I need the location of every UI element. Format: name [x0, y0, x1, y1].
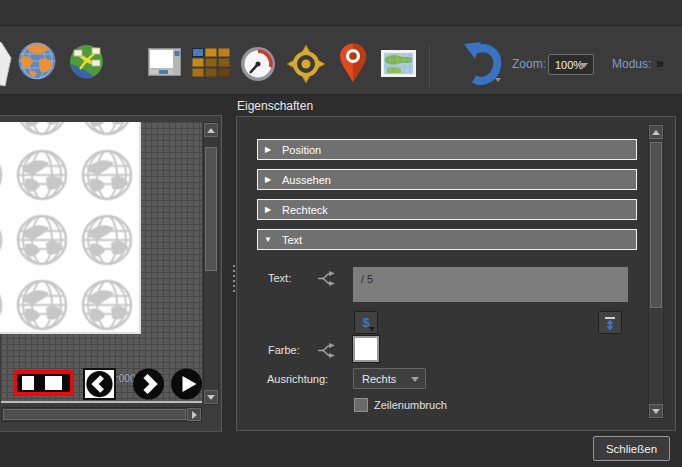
dropdown-arrow-icon [411, 377, 419, 382]
undo-icon[interactable] [461, 41, 503, 91]
properties-panel: ▶ Position ▶ Aussehen ▶ Rechteck ▼ Text … [236, 116, 676, 431]
prev-page-button-element[interactable] [83, 368, 116, 400]
alignment-value: Rechts [362, 373, 396, 385]
section-header-position[interactable]: ▶ Position [257, 139, 637, 160]
map-image-icon[interactable] [381, 50, 416, 81]
title-strip [0, 0, 682, 26]
page-indicator-element-selected[interactable] [13, 370, 74, 396]
page-indicator-segment [22, 376, 34, 390]
zoom-label: Zoom: [512, 57, 546, 71]
section-label: Rechteck [278, 204, 328, 216]
color-field-label: Farbe: [268, 344, 300, 356]
scroll-down-button[interactable] [204, 390, 218, 404]
page-canvas[interactable] [0, 122, 141, 334]
vertical-scroll-thumb[interactable] [205, 147, 217, 271]
data-binding-icon[interactable] [316, 270, 336, 287]
toolbar-separator [429, 46, 430, 88]
canvas-vertical-scrollbar[interactable] [203, 122, 219, 405]
autosize-icon [602, 315, 618, 331]
globe-icon[interactable] [18, 42, 56, 84]
section-label: Aussehen [278, 174, 331, 186]
app-window: Zoom: 100% Modus: » [0, 0, 682, 467]
section-label: Position [278, 144, 321, 156]
map-pin-icon[interactable] [338, 43, 368, 87]
scroll-right-button[interactable] [187, 408, 201, 421]
collapsed-arrow-icon: ▶ [258, 175, 278, 184]
horizontal-scroll-thumb[interactable] [3, 409, 186, 420]
autosize-button[interactable] [598, 311, 622, 334]
zoom-dropdown[interactable]: 100% [548, 54, 594, 75]
text-value-input[interactable]: / 5 [353, 267, 628, 302]
color-swatch-white[interactable] [353, 336, 379, 362]
data-binding-icon[interactable] [316, 342, 336, 359]
scroll-down-button[interactable] [649, 404, 663, 418]
gauge-icon[interactable] [240, 46, 276, 86]
wordwrap-checkbox[interactable] [354, 398, 368, 412]
network-globe-icon[interactable] [69, 44, 104, 83]
zoom-dropdown-arrow-icon [580, 63, 588, 68]
expanded-arrow-icon: ▼ [258, 235, 278, 244]
section-label: Text [278, 234, 302, 246]
section-header-aussehen[interactable]: ▶ Aussehen [257, 169, 637, 190]
alignment-dropdown[interactable]: Rechts [353, 368, 426, 389]
properties-scrollbar[interactable] [648, 124, 664, 419]
page-indicator-segment [45, 376, 62, 390]
dollar-caret-icon [369, 327, 375, 331]
collapsed-arrow-icon: ▶ [258, 145, 278, 154]
wordwrap-label: Zeilenumbruch [374, 399, 447, 411]
zoom-value: 100% [555, 59, 583, 71]
collapsed-arrow-icon: ▶ [258, 205, 278, 214]
next-page-button-element[interactable] [132, 368, 165, 400]
play-button-element[interactable] [170, 368, 203, 400]
text-field-label: Text: [268, 272, 291, 284]
alignment-field-label: Ausrichtung: [267, 373, 328, 385]
modus-label: Modus: [612, 57, 651, 71]
canvas-horizontal-scrollbar[interactable] [1, 407, 202, 422]
dollar-expression-button[interactable]: $ [354, 311, 378, 334]
toolbar: Zoom: 100% Modus: » [0, 26, 682, 95]
undo-dropdown-caret[interactable] [495, 78, 501, 82]
modus-expand-chevrons[interactable]: » [656, 55, 663, 71]
section-header-text[interactable]: ▼ Text [257, 229, 637, 250]
grid-squares-icon[interactable] [192, 48, 230, 81]
section-header-rechteck[interactable]: ▶ Rechteck [257, 199, 637, 220]
scroll-up-button[interactable] [204, 123, 218, 137]
window-layout-icon[interactable] [148, 48, 181, 80]
page-indicator-strip [17, 374, 70, 392]
close-button[interactable]: Schließen [593, 436, 670, 461]
properties-title: Eigenschaften [237, 99, 313, 113]
scroll-up-button[interactable] [649, 125, 663, 139]
design-grid-surface[interactable] [1, 122, 202, 403]
vertical-scroll-thumb[interactable] [650, 142, 662, 308]
designer-panel: :000 [0, 115, 222, 432]
document-icon[interactable] [0, 42, 14, 91]
crosshair-icon[interactable] [287, 45, 325, 87]
